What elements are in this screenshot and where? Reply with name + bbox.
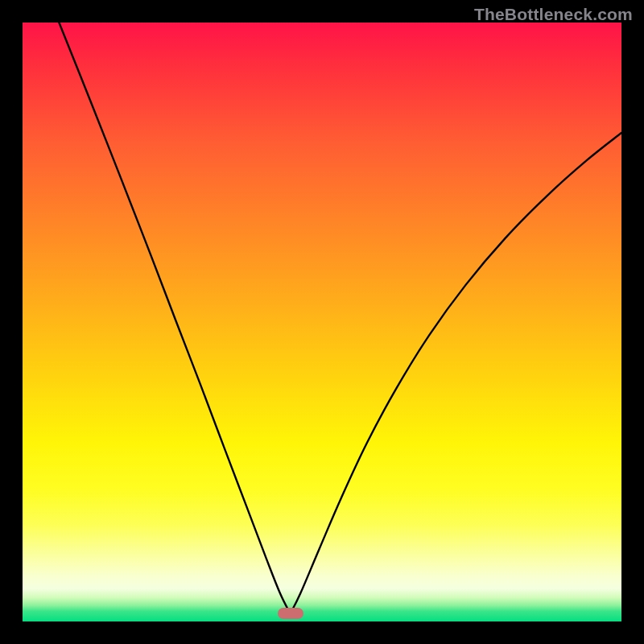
curve-left-branch: [59, 23, 290, 613]
minimum-marker: [278, 608, 303, 619]
bottleneck-curve: [23, 23, 621, 621]
plot-area: [23, 23, 621, 621]
chart-container: TheBottleneck.com: [0, 0, 644, 644]
curve-right-branch: [291, 133, 621, 613]
watermark-text: TheBottleneck.com: [474, 5, 633, 24]
